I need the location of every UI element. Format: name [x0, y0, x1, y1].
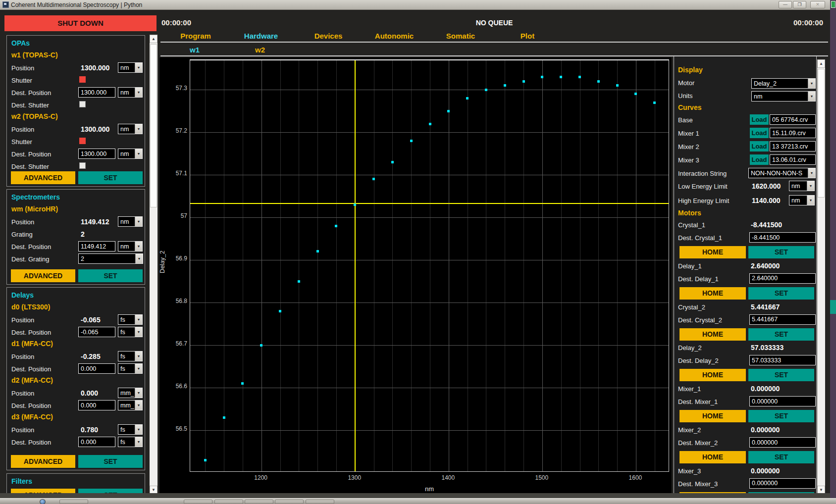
dest-grating-select[interactable]: 2▼ — [78, 253, 143, 264]
curve-file-input[interactable]: 05 67764.crv — [770, 114, 816, 125]
chevron-down-icon[interactable]: ▼ — [135, 254, 143, 263]
chevron-down-icon[interactable]: ▼ — [135, 437, 142, 447]
taskbar-app-icon[interactable] — [40, 499, 46, 504]
restore-icon[interactable]: ❐ — [793, 1, 806, 8]
units-select[interactable]: fs▼ — [118, 424, 143, 435]
chevron-down-icon[interactable]: ▼ — [135, 242, 142, 251]
curve-file-input[interactable]: 15.11.09.crv — [770, 128, 816, 138]
dest-position-input[interactable]: 1300.000 — [78, 149, 115, 159]
set-button[interactable]: SET — [748, 287, 814, 300]
load-button[interactable]: Load — [750, 128, 769, 138]
home-button[interactable]: HOME — [679, 410, 746, 422]
sidebar-scrollbar[interactable]: ▲ ▼ — [150, 35, 157, 494]
chevron-down-icon[interactable]: ▼ — [135, 63, 142, 72]
set-button[interactable]: SET — [748, 369, 814, 381]
home-button[interactable]: HOME — [679, 451, 746, 463]
units-select[interactable]: fs▼ — [118, 437, 143, 447]
dest-position-input[interactable]: -0.065 — [78, 327, 115, 337]
motor-dest-input[interactable]: 2.640000 — [749, 273, 816, 284]
taskbar-button[interactable] — [59, 500, 88, 504]
scrollbar-thumb[interactable] — [150, 44, 157, 207]
units-select[interactable]: mm_▼ — [118, 388, 143, 398]
units-select[interactable]: nm▼ — [118, 149, 143, 159]
chevron-down-icon[interactable]: ▼ — [135, 364, 142, 373]
chevron-down-icon[interactable]: ▼ — [135, 352, 142, 361]
tab-devices[interactable]: Devices — [314, 32, 343, 40]
motor-select[interactable]: Delay_2 ▼ — [751, 78, 816, 89]
tab-hardware[interactable]: Hardware — [244, 32, 278, 40]
units-select[interactable]: nm▼ — [118, 124, 143, 134]
units-select[interactable]: nm▼ — [118, 87, 143, 98]
tab-somatic[interactable]: Somatic — [446, 32, 475, 40]
dest-position-input[interactable]: 0.000 — [78, 400, 115, 410]
load-button[interactable]: Load — [750, 114, 769, 125]
tab-plot[interactable]: Plot — [521, 32, 534, 40]
chevron-down-icon[interactable]: ▼ — [135, 327, 142, 337]
dest-position-input[interactable]: 0.000 — [78, 363, 115, 374]
units-select[interactable]: mm_▼ — [118, 400, 143, 410]
chevron-down-icon[interactable]: ▼ — [135, 315, 142, 324]
dest-shutter-checkbox[interactable] — [79, 162, 86, 169]
load-button[interactable]: Load — [750, 141, 769, 151]
chevron-down-icon[interactable]: ▼ — [135, 88, 142, 97]
advanced-button[interactable]: ADVANCED — [11, 171, 75, 184]
high-energy-units-select[interactable]: nm ▼ — [789, 195, 815, 205]
motor-dest-input[interactable]: 5.441667 — [749, 314, 816, 325]
dest-position-input[interactable]: 1149.412 — [78, 241, 115, 252]
set-button[interactable]: SET — [78, 455, 143, 468]
units-select[interactable]: nm▼ — [118, 216, 143, 227]
units-select[interactable]: fs▼ — [118, 327, 143, 337]
motor-dest-input[interactable]: 57.033333 — [749, 355, 816, 365]
units-select[interactable]: fs▼ — [118, 351, 143, 361]
set-button[interactable]: SET — [748, 246, 814, 258]
scroll-up-icon[interactable]: ▲ — [817, 59, 825, 68]
chevron-down-icon[interactable]: ▼ — [135, 217, 142, 226]
set-button[interactable]: SET — [748, 328, 814, 341]
subtab-w2[interactable]: w2 — [255, 46, 265, 54]
taskbar[interactable] — [0, 498, 836, 504]
set-button[interactable]: SET — [748, 451, 814, 463]
set-button[interactable]: SET — [78, 171, 143, 184]
motor-dest-input[interactable]: -8.441500 — [749, 232, 816, 243]
chevron-down-icon[interactable]: ▼ — [808, 79, 815, 88]
subtab-w1[interactable]: w1 — [190, 46, 200, 54]
home-button[interactable]: HOME — [679, 369, 746, 381]
chevron-down-icon[interactable]: ▼ — [807, 181, 814, 191]
set-button[interactable]: SET — [748, 410, 814, 422]
scrollbar-thumb[interactable] — [818, 69, 825, 198]
chevron-down-icon[interactable]: ▼ — [135, 401, 142, 410]
chevron-down-icon[interactable]: ▼ — [135, 149, 142, 158]
tab-program[interactable]: Program — [180, 32, 211, 40]
curve-file-input[interactable]: 13 37213.crv — [770, 141, 816, 151]
advanced-button[interactable]: ADVANCED — [11, 269, 75, 282]
motor-dest-input[interactable]: 0.000000 — [749, 396, 816, 406]
chevron-down-icon[interactable]: ▼ — [135, 425, 142, 434]
chevron-down-icon[interactable]: ▼ — [135, 388, 142, 398]
chevron-down-icon[interactable]: ▼ — [807, 196, 814, 205]
dest-position-input[interactable]: 0.000 — [78, 437, 115, 447]
home-button[interactable]: HOME — [679, 246, 746, 258]
plot-area[interactable] — [190, 59, 669, 472]
taskbar-button[interactable] — [275, 500, 304, 504]
chevron-down-icon[interactable]: ▼ — [135, 124, 142, 134]
units-select[interactable]: fs▼ — [118, 314, 143, 325]
dest-position-input[interactable]: 1300.000 — [78, 87, 115, 98]
units-select[interactable]: nm ▼ — [751, 91, 816, 101]
taskbar-button[interactable] — [245, 500, 273, 504]
interaction-string-select[interactable]: NON-NON-NON-S ▼ — [748, 168, 816, 178]
close-icon[interactable]: ✕ — [810, 1, 825, 8]
load-button[interactable]: Load — [750, 154, 769, 165]
low-energy-units-select[interactable]: nm ▼ — [789, 181, 815, 191]
tab-autonomic[interactable]: Autonomic — [375, 32, 414, 40]
home-button[interactable]: HOME — [679, 287, 746, 300]
dest-shutter-checkbox[interactable] — [79, 101, 86, 107]
units-select[interactable]: nm▼ — [118, 62, 143, 73]
scroll-up-icon[interactable]: ▲ — [150, 35, 157, 43]
motor-dest-input[interactable]: 0.000000 — [749, 437, 816, 448]
set-button[interactable]: SET — [78, 269, 143, 282]
units-select[interactable]: nm▼ — [118, 241, 143, 252]
taskbar-button[interactable] — [214, 500, 243, 504]
rightpanel-scrollbar[interactable]: ▲ ▼ — [817, 59, 825, 494]
taskbar-button[interactable] — [306, 500, 334, 504]
units-select[interactable]: fs▼ — [118, 363, 143, 374]
